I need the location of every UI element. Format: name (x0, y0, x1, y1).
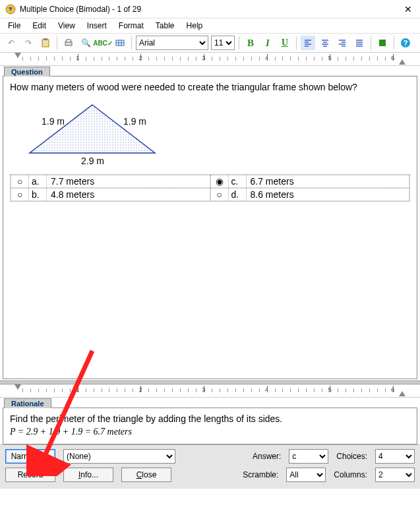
menu-help[interactable]: Help (181, 20, 208, 32)
choice-c-text: 6.7 meters (247, 175, 409, 187)
svg-rect-25 (379, 40, 386, 46)
spellcheck-icon[interactable]: ABC✓ (96, 36, 110, 50)
ruler-top: /* marks added below */ 123456 (0, 53, 420, 66)
question-section: Question How many meters of wood were ne… (0, 66, 420, 379)
titlebar: Multiple Choice (Bimodal) - 1 of 29 ✕ (0, 0, 420, 18)
question-text: How many meters of wood were needed to c… (10, 82, 410, 92)
triangle-figure: 1.9 m 1.9 m 2.9 m (16, 102, 168, 167)
choice-c-label: c. (228, 175, 247, 187)
triangle-right-label: 1.9 m (123, 116, 146, 127)
answer-label: Answer: (253, 452, 281, 461)
narrative-button[interactable]: Narrative... (5, 449, 55, 464)
answer-select[interactable]: c (289, 449, 328, 464)
italic-icon[interactable]: I (260, 36, 275, 50)
menu-view[interactable]: View (53, 20, 80, 32)
triangle-left-label: 1.9 m (42, 116, 65, 127)
choice-d-text: 8.6 meters (247, 189, 409, 200)
menu-edit[interactable]: Edit (27, 20, 51, 32)
choice-d-label: d. (228, 189, 247, 200)
rationale-line1: Find the perimeter of the triangle by ad… (10, 413, 410, 424)
close-icon[interactable]: ✕ (402, 3, 415, 16)
choice-c[interactable]: ◉ c. 6.7 meters (210, 175, 410, 188)
radio-b-icon[interactable]: ○ (11, 189, 28, 200)
narrative-select[interactable]: (None) (63, 449, 175, 464)
choices-select[interactable]: 4 (375, 449, 415, 464)
print-icon[interactable] (61, 36, 76, 50)
choice-a[interactable]: ○ a. 7.7 meters (11, 175, 210, 188)
info-button[interactable]: Info... (63, 468, 113, 482)
bold-icon[interactable]: B (243, 36, 258, 50)
radio-a-icon[interactable]: ○ (11, 176, 28, 187)
toolbar: ↶ ↷ 🔍 ABC✓ Arial 11 B I U ? (0, 33, 420, 53)
bottom-panel: Narrative... (None) Answer: c Choices: 4… (0, 444, 420, 489)
choice-b-text: 4.8 meters (47, 189, 210, 200)
choice-d[interactable]: ○ d. 8.6 meters (210, 188, 410, 201)
align-right-icon[interactable] (335, 36, 349, 50)
scramble-label: Scramble: (243, 470, 278, 479)
menubar: File Edit View Insert Format Table Help (0, 18, 420, 33)
menu-file[interactable]: File (3, 20, 26, 32)
grid-icon[interactable] (113, 36, 127, 50)
menu-table[interactable]: Table (150, 20, 180, 32)
choice-a-text: 7.7 meters (47, 175, 210, 187)
rationale-body[interactable]: Find the perimeter of the triangle by ad… (3, 408, 417, 444)
redo-icon[interactable]: ↷ (21, 36, 36, 50)
help-icon[interactable]: ? (398, 36, 413, 50)
choice-a-label: a. (28, 175, 47, 187)
font-select[interactable]: Arial (136, 36, 208, 50)
triangle-base-label: 2.9 m (81, 156, 104, 166)
search-icon[interactable]: 🔍 (78, 36, 93, 50)
question-tab: Question (4, 67, 50, 76)
scramble-select[interactable]: All (286, 468, 326, 482)
menu-insert[interactable]: Insert (82, 20, 112, 32)
choice-b-label: b. (28, 189, 47, 200)
app-icon (5, 4, 16, 15)
svg-marker-29 (30, 105, 155, 153)
align-left-icon[interactable] (301, 36, 315, 50)
svg-rect-1 (42, 40, 49, 47)
question-body[interactable]: How many meters of wood were needed to c… (3, 76, 417, 379)
color-icon[interactable] (375, 36, 390, 50)
answer-grid: ○ a. 7.7 meters ◉ c. 6.7 meters ○ b. 4.8… (10, 174, 410, 202)
choices-label: Choices: (336, 452, 367, 461)
window-title: Multiple Choice (Bimodal) - 1 of 29 (20, 5, 402, 14)
record-button[interactable]: Record (5, 468, 55, 482)
svg-rect-4 (67, 40, 71, 42)
radio-c-icon[interactable]: ◉ (211, 176, 228, 187)
close-button[interactable]: Close (121, 468, 171, 482)
svg-rect-2 (44, 38, 47, 40)
radio-d-icon[interactable]: ○ (211, 189, 228, 200)
ruler-bottom: 123456 (0, 384, 420, 398)
columns-label: Columns: (334, 470, 367, 479)
rationale-section: Rationale Find the perimeter of the tria… (0, 398, 420, 444)
columns-select[interactable]: 2 (375, 468, 415, 482)
size-select[interactable]: 11 (211, 36, 235, 50)
rationale-equation: P = 2.9 + 1.9 + 1.9 = 6.7 meters (10, 427, 410, 437)
choice-b[interactable]: ○ b. 4.8 meters (11, 188, 210, 201)
menu-format[interactable]: Format (113, 20, 149, 32)
align-justify-icon[interactable] (352, 36, 367, 50)
svg-text:?: ? (404, 39, 408, 47)
underline-icon[interactable]: U (278, 36, 292, 50)
undo-icon[interactable]: ↶ (4, 36, 18, 50)
align-center-icon[interactable] (318, 36, 332, 50)
rationale-tab: Rationale (4, 398, 51, 408)
paste-icon[interactable] (38, 36, 53, 50)
